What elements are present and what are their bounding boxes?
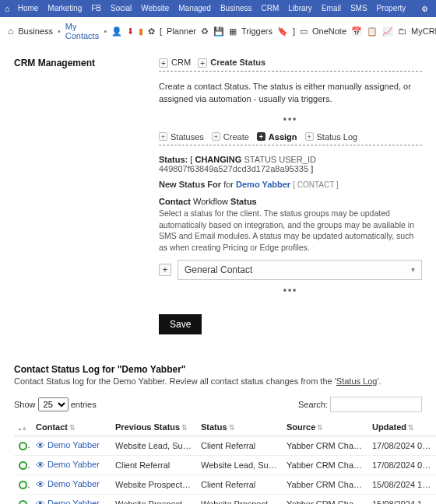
table-row: 👁Demo YabberWebsite Prospect, Pho...Clie… xyxy=(14,474,436,494)
status-log-table: .▴ Contact⇅ Previous Status⇅ Status⇅ Sou… xyxy=(14,418,436,504)
plus-icon[interactable]: + xyxy=(159,58,168,68)
nav-crm[interactable]: CRM xyxy=(257,4,284,12)
tag-icon[interactable]: ⬇ xyxy=(127,26,134,37)
col-updated[interactable]: Updated⇅ xyxy=(367,418,436,436)
mycrm-link[interactable]: MyCRM xyxy=(411,26,436,36)
save-icon[interactable]: 💾 xyxy=(213,26,224,37)
table-row: 👁Demo YabberWebsite Lead, Subscri...Clie… xyxy=(14,436,436,455)
cell-source: Yabber CRM Change Sta... xyxy=(282,495,367,505)
cell-prev: Client Referral xyxy=(111,455,196,474)
nav-sms[interactable]: SMS xyxy=(346,4,372,12)
cell-status: Website Prospect, Pho... xyxy=(196,495,282,505)
page-title: CRM Management xyxy=(14,58,145,68)
crumb-line: +CRM +Create Status xyxy=(159,58,422,68)
planner-link[interactable]: Planner xyxy=(167,26,196,36)
contact-name-link[interactable]: Demo Yabber xyxy=(236,180,290,189)
nav-business[interactable]: Business xyxy=(216,4,257,12)
col-source[interactable]: Source⇅ xyxy=(282,418,367,436)
nav-library[interactable]: Library xyxy=(283,4,317,12)
tab-statuses[interactable]: +Statuses xyxy=(159,132,204,142)
cell-status: Website Lead, Subscri... xyxy=(196,455,282,474)
recycle-icon[interactable]: ♻ xyxy=(201,26,209,37)
field-help: Select a status for the client. The stat… xyxy=(159,208,422,254)
row-status-icon[interactable] xyxy=(19,481,27,489)
nav-marketing[interactable]: Marketing xyxy=(43,4,86,12)
table-header-row: .▴ Contact⇅ Previous Status⇅ Status⇅ Sou… xyxy=(14,418,436,436)
contact-link[interactable]: Demo Yabber xyxy=(47,460,100,469)
cell-updated: 15/08/2024 19:11 xyxy=(367,495,436,505)
main-content: CRM Management +CRM +Create Status Creat… xyxy=(0,47,436,504)
contact-link[interactable]: Demo Yabber xyxy=(47,499,100,504)
calendar-icon[interactable]: 📅 xyxy=(351,26,362,37)
crumb-crm[interactable]: CRM xyxy=(171,58,191,67)
cell-source: Yabber CRM Change Sta... xyxy=(282,436,367,455)
row-status-icon[interactable] xyxy=(19,461,27,470)
flag-icon[interactable]: ▮ xyxy=(139,26,143,37)
cell-status: Client Referral xyxy=(196,474,282,494)
status-log-link[interactable]: Status Log xyxy=(336,376,378,386)
breadcrumb-sep: • xyxy=(58,26,61,36)
grid-icon[interactable]: ▦ xyxy=(229,26,237,37)
top-nav: ⌂ HomeMarketingFBSocialWebsiteManagedBus… xyxy=(0,0,436,17)
save-button[interactable]: Save xyxy=(159,314,202,334)
tab-row: +Statuses +Create +Assign +Status Log xyxy=(159,132,422,142)
ellipsis-icon: ••• xyxy=(159,114,422,124)
chart-icon[interactable]: 📈 xyxy=(382,26,393,37)
plus-icon[interactable]: + xyxy=(198,58,207,68)
breadcrumb-business[interactable]: Business xyxy=(18,26,53,36)
breadcrumb-home-icon[interactable]: ⌂ xyxy=(8,26,13,37)
cell-source: Yabber CRM Change Sta... xyxy=(282,474,367,494)
view-icon[interactable]: 👁 xyxy=(36,479,45,490)
nav-email[interactable]: Email xyxy=(317,4,346,12)
col-dot[interactable]: .▴ xyxy=(14,418,31,436)
breadcrumb-sep: • xyxy=(104,26,107,36)
add-status-icon[interactable]: + xyxy=(159,264,171,276)
page-size-select[interactable]: 25 xyxy=(38,397,69,411)
gear-icon[interactable]: ⚙ xyxy=(418,5,431,13)
fire-icon[interactable]: ✿ xyxy=(148,26,155,37)
nav-property[interactable]: Property xyxy=(372,4,411,12)
field-label: Contact Workflow Status xyxy=(159,197,422,206)
tab-assign[interactable]: +Assign xyxy=(257,132,297,142)
cell-prev: Website Lead, Subscri... xyxy=(111,436,196,455)
tool-row: ⌂ Business • My Contacts • 👤 ⬇ ▮ ✿ [ Pla… xyxy=(0,17,436,47)
onenote-link[interactable]: OneNote xyxy=(312,26,346,36)
breadcrumb-mycontacts[interactable]: My Contacts xyxy=(65,22,99,40)
user-plus-icon[interactable]: 👤 xyxy=(111,26,122,37)
status-line: Status: [ CHANGING STATUS USER_ID 449807… xyxy=(159,155,422,173)
col-contact[interactable]: Contact⇅ xyxy=(31,418,111,436)
nav-fb[interactable]: FB xyxy=(86,4,106,12)
triggers-link[interactable]: Triggers xyxy=(241,26,272,36)
table-row: 👁Demo YabberWebsite Prospect, Pho...Webs… xyxy=(14,495,436,505)
search-input[interactable] xyxy=(330,397,422,412)
row-status-icon[interactable] xyxy=(19,500,27,504)
tab-status-log[interactable]: +Status Log xyxy=(305,132,358,142)
view-icon[interactable]: 👁 xyxy=(36,499,45,504)
bracket-close: ] xyxy=(293,26,295,36)
home-icon[interactable]: ⌂ xyxy=(5,4,10,13)
row-status-icon[interactable] xyxy=(19,442,27,450)
doc-icon[interactable]: ▭ xyxy=(300,26,308,37)
nav-managed[interactable]: Managed xyxy=(174,4,216,12)
nav-home[interactable]: Home xyxy=(13,4,44,12)
crumb-create-status[interactable]: Create Status xyxy=(210,58,265,67)
contact-link[interactable]: Demo Yabber xyxy=(47,440,100,450)
folder-icon[interactable]: 🗀 xyxy=(398,26,406,36)
nav-website[interactable]: Website xyxy=(136,4,174,12)
tab-create[interactable]: +Create xyxy=(212,132,249,142)
nav-social[interactable]: Social xyxy=(106,4,136,12)
cell-updated: 17/08/2024 00:01 xyxy=(367,455,436,474)
clipboard-icon[interactable]: 📋 xyxy=(367,26,378,37)
divider xyxy=(159,71,422,72)
col-status[interactable]: Status⇅ xyxy=(196,418,282,436)
col-prev[interactable]: Previous Status⇅ xyxy=(111,418,196,436)
log-subtitle: Contact Status log for the Demo Yabber. … xyxy=(14,376,422,386)
status-select[interactable]: General Contact ▾ xyxy=(178,260,422,280)
view-icon[interactable]: 👁 xyxy=(36,460,45,471)
view-icon[interactable]: 👁 xyxy=(36,440,45,451)
cell-prev: Website Prospect, Pho... xyxy=(111,495,196,505)
intro-text: Create a contact Status. The status is e… xyxy=(159,81,422,106)
datatable-controls: Show 25 entries Search: xyxy=(14,397,422,412)
contact-link[interactable]: Demo Yabber xyxy=(47,479,100,488)
bookmark-icon[interactable]: 🔖 xyxy=(277,26,288,37)
